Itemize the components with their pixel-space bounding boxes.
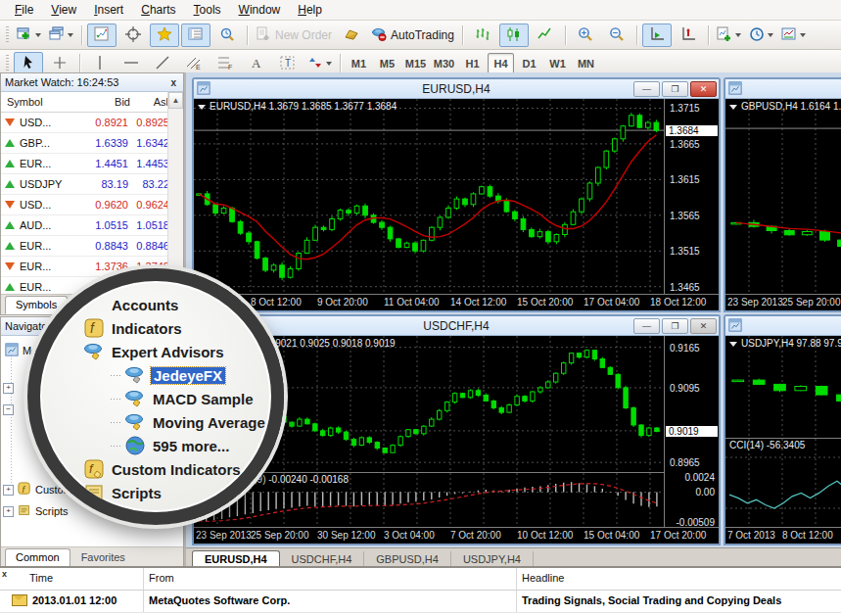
navigator-item-indicators[interactable]: fIndicators — [83, 316, 265, 340]
column-from[interactable]: From — [149, 572, 174, 584]
chart-window-titlebar[interactable]: GBPUSD,H4 — [725, 79, 841, 99]
market-watch-row[interactable]: EUR...1.44511.4453 — [1, 154, 183, 174]
menu-file[interactable]: File — [6, 1, 42, 19]
menu-insert[interactable]: Insert — [85, 1, 132, 19]
market-watch-row[interactable]: USD...0.96200.9624 — [1, 195, 183, 215]
timeframe-m30-button[interactable]: M30 — [431, 53, 457, 74]
close-icon[interactable]: x — [167, 77, 179, 88]
news-row[interactable]: 2013.01.01 12:00 MetaQuotes Software Cor… — [0, 591, 841, 613]
column-time[interactable]: Time — [29, 572, 53, 584]
market-watch-row[interactable]: GBP...1.63391.6342 — [1, 133, 183, 154]
scrollbar[interactable]: ▲ — [167, 92, 183, 294]
timeframe-h4-button[interactable]: H4 — [488, 53, 514, 74]
chevron-down-icon[interactable] — [198, 105, 206, 110]
tree-expander[interactable]: − — [3, 404, 14, 415]
tree-expander[interactable]: + — [3, 485, 14, 496]
chart-window-usdjpy[interactable]: USDJPY,H4USDJPY,H4 97.88 97.95 97.82 97.… — [724, 314, 841, 545]
time-axis[interactable]: 23 Sep 201325 Sep 20:00 — [725, 294, 841, 309]
timeframe-m1-button[interactable]: M1 — [346, 53, 372, 74]
periods-button[interactable] — [746, 24, 776, 47]
price-chart-usdjpy[interactable] — [725, 336, 841, 437]
timeframe-mn-button[interactable]: MN — [573, 53, 599, 74]
indicator-subwindow-cci[interactable] — [725, 438, 841, 527]
navigator-item-595-more[interactable]: 595 more... — [111, 434, 265, 457]
price-scale[interactable]: 1.37151.36651.36151.35651.35151.34651.36… — [664, 99, 719, 294]
tree-node[interactable]: − — [3, 401, 18, 418]
close-icon[interactable]: ✕ — [690, 81, 717, 97]
menu-window[interactable]: Window — [230, 1, 290, 19]
chevron-down-icon[interactable] — [729, 105, 737, 110]
time-axis[interactable]: 7 Oct 20138 Oct 12:00 — [725, 527, 841, 543]
navigator-item-expert-advisors[interactable]: Expert Advisors — [83, 340, 265, 363]
chart-window-gbpusd[interactable]: GBPUSD,H4GBPUSD,H4 1.6164 1.6170 1.6158 … — [724, 77, 841, 312]
time-axis[interactable]: 23 Sep 201325 Sep 20:0030 Sep 12:003 Oct… — [194, 527, 719, 543]
chevron-down-icon[interactable] — [326, 62, 332, 66]
toolbar-grip[interactable] — [6, 55, 9, 72]
restore-icon[interactable]: ❐ — [662, 318, 688, 334]
chart-window-titlebar[interactable]: EURUSD,H4—❐✕ — [194, 79, 719, 99]
chart-window-eurusd[interactable]: EURUSD,H4—❐✕EURUSD,H4 1.3679 1.3685 1.36… — [192, 77, 721, 312]
market-watch-row[interactable]: EUR...0.88430.8846 — [1, 236, 183, 257]
column-headline[interactable]: Headline — [522, 572, 564, 584]
autotrading-button[interactable]: AutoTrading — [368, 24, 457, 47]
templates-button[interactable] — [778, 24, 809, 47]
zoom-out-button[interactable] — [602, 24, 631, 47]
close-icon[interactable]: ✕ — [690, 318, 717, 334]
zoom-in-button[interactable] — [571, 24, 600, 47]
tree-node[interactable]: + — [3, 379, 18, 397]
menu-charts[interactable]: Charts — [132, 1, 184, 19]
scroll-up-icon[interactable]: ▲ — [168, 92, 183, 109]
chart-shift-button[interactable] — [674, 24, 703, 47]
tree-expander[interactable]: + — [3, 506, 14, 517]
navigator-item-moving-average[interactable]: Moving Average — [111, 410, 265, 434]
price-chart-gbpusd[interactable] — [725, 99, 841, 294]
chevron-down-icon[interactable] — [735, 33, 741, 37]
terminal-toggle-button[interactable] — [181, 24, 210, 47]
tab-favorites[interactable]: Favorites — [70, 548, 136, 567]
data-window-button[interactable] — [118, 24, 148, 47]
minimize-icon[interactable]: — — [633, 81, 660, 97]
indicators-add-button[interactable] — [714, 24, 744, 47]
market-watch-row[interactable]: USDJPY83.1983.22 — [1, 174, 183, 195]
navigator-item-jedeyefx[interactable]: JedeyeFX — [111, 363, 265, 387]
menu-tools[interactable]: Tools — [185, 1, 230, 19]
price-scale[interactable]: 0.91650.90950.90200.89650.9019 — [664, 336, 719, 527]
chart-window-titlebar[interactable]: USDCHF,H4—❐✕ — [194, 316, 719, 336]
profiles-button[interactable] — [46, 24, 76, 47]
new-chart-button[interactable] — [14, 24, 44, 47]
market-watch-row[interactable]: USD...0.89210.8925 — [1, 113, 183, 133]
price-chart-eurusd[interactable] — [194, 99, 664, 294]
chevron-down-icon[interactable] — [768, 33, 773, 37]
timeframe-m15-button[interactable]: M15 — [402, 53, 429, 74]
metaeditor-button[interactable] — [337, 24, 366, 47]
navigator-item-custom-indicators[interactable]: fCustom Indicators — [83, 457, 265, 481]
restore-icon[interactable]: ❐ — [662, 81, 688, 97]
time-axis[interactable]: 7 Oct 20138 Oct 12:009 Oct 20:0011 Oct 0… — [194, 294, 719, 309]
column-symbol[interactable]: Symbol — [1, 96, 87, 108]
chevron-down-icon[interactable] — [800, 33, 806, 37]
market-watch-row[interactable]: AUD...1.05151.0518 — [1, 215, 183, 236]
timeframe-d1-button[interactable]: D1 — [516, 53, 542, 74]
chart-line-button[interactable] — [531, 24, 560, 47]
chevron-down-icon[interactable] — [68, 33, 73, 37]
timeframe-m5-button[interactable]: M5 — [374, 53, 400, 74]
navigator-item-macd-sample[interactable]: MACD Sample — [111, 387, 265, 410]
timeframe-w1-button[interactable]: W1 — [544, 53, 571, 74]
chevron-down-icon[interactable] — [35, 33, 41, 37]
new-order-button[interactable]: New Order — [253, 24, 335, 47]
tree-item-scripts[interactable]: +Scripts — [3, 502, 69, 520]
auto-scroll-button[interactable] — [642, 24, 672, 47]
chart-bars-button[interactable] — [468, 24, 497, 47]
minimize-icon[interactable]: — — [633, 318, 660, 334]
menu-view[interactable]: View — [42, 1, 85, 19]
chart-candles-button[interactable] — [499, 24, 529, 47]
chart-window-titlebar[interactable]: USDJPY,H4 — [725, 316, 841, 336]
menu-help[interactable]: Help — [289, 1, 331, 19]
toolbar-grip[interactable] — [6, 26, 9, 44]
column-bid[interactable]: Bid — [87, 96, 130, 108]
chevron-down-icon[interactable] — [729, 342, 737, 347]
tab-common[interactable]: Common — [5, 548, 70, 567]
market-watch-toggle-button[interactable] — [87, 24, 117, 47]
timeframe-h1-button[interactable]: H1 — [459, 53, 486, 74]
strategy-tester-button[interactable] — [212, 24, 242, 47]
